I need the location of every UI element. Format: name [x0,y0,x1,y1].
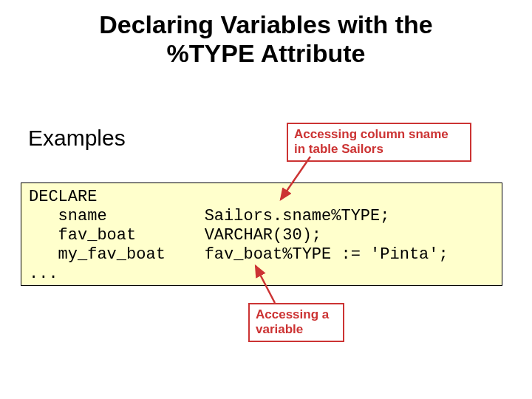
slide-title: Declaring Variables with the %TYPE Attri… [0,0,532,68]
examples-heading: Examples [28,126,126,151]
callout-top-line-2: in table Sailors [294,142,383,156]
callout-column-sname: Accessing column sname in table Sailors [287,123,471,162]
callout-bottom-line-1: Accessing a [256,307,329,321]
callout-top-line-1: Accessing column sname [294,127,449,141]
title-line-1: Declaring Variables with the [99,10,433,38]
slide: Declaring Variables with the %TYPE Attri… [0,0,532,399]
code-line-1: DECLARE [29,188,97,206]
code-block: DECLARE sname Sailors.sname%TYPE; fav_bo… [21,183,502,286]
code-line-3: fav_boat VARCHAR(30); [29,226,321,245]
callout-variable: Accessing a variable [248,303,344,342]
callout-bottom-line-2: variable [256,322,303,336]
code-line-5: ... [29,265,58,283]
code-line-4: my_fav_boat fav_boat%TYPE := 'Pinta'; [29,245,449,264]
code-line-2: sname Sailors.sname%TYPE; [29,207,389,225]
title-line-2: %TYPE Attribute [167,39,366,67]
